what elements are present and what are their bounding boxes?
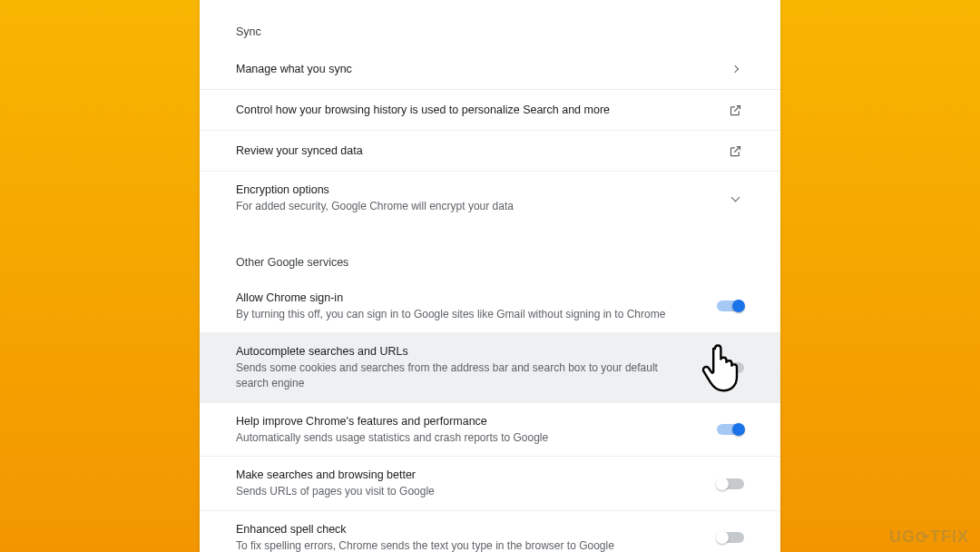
row-improve: Help improve Chrome's features and perfo… xyxy=(200,403,780,458)
other-group: Allow Chrome sign-in By turning this off… xyxy=(200,280,780,552)
autocomplete-title: Autocomplete searches and URLs xyxy=(236,344,691,360)
spell-desc: To fix spelling errors, Chrome sends the… xyxy=(236,538,691,552)
autocomplete-desc: Sends some cookies and searches from the… xyxy=(236,360,691,391)
allow-signin-desc: By turning this off, you can sign in to … xyxy=(236,307,691,322)
row-encryption[interactable]: Encryption options For added security, G… xyxy=(200,172,780,225)
open-in-new-icon xyxy=(726,101,744,119)
sync-group: Manage what you sync Control how your br… xyxy=(200,49,780,225)
watermark: UG⟳TFIX xyxy=(889,527,969,547)
improve-title: Help improve Chrome's features and perfo… xyxy=(236,414,691,429)
section-other-label: Other Google services xyxy=(200,256,780,269)
chevron-right-icon xyxy=(726,60,744,78)
row-autocomplete: Autocomplete searches and URLs Sends som… xyxy=(200,333,780,402)
row-manage-sync[interactable]: Manage what you sync xyxy=(200,49,780,90)
chevron-down-icon xyxy=(726,189,744,207)
allow-signin-toggle[interactable] xyxy=(717,301,744,311)
spell-title: Enhanced spell check xyxy=(236,522,691,537)
row-browsing: Make searches and browsing better Sends … xyxy=(200,457,780,511)
improve-toggle[interactable] xyxy=(717,424,744,435)
control-history-title: Control how your browsing history is use… xyxy=(236,103,701,118)
browsing-desc: Sends URLs of pages you visit to Google xyxy=(236,484,691,499)
row-spell: Enhanced spell check To fix spelling err… xyxy=(200,511,780,552)
allow-signin-title: Allow Chrome sign-in xyxy=(236,291,691,306)
settings-panel: Sync Manage what you sync Control how yo… xyxy=(200,0,780,552)
row-control-history[interactable]: Control how your browsing history is use… xyxy=(200,90,780,131)
row-allow-signin: Allow Chrome sign-in By turning this off… xyxy=(200,280,780,334)
encryption-title: Encryption options xyxy=(236,182,701,198)
improve-desc: Automatically sends usage statistics and… xyxy=(236,430,691,446)
browsing-toggle[interactable] xyxy=(717,478,744,489)
row-review-synced[interactable]: Review your synced data xyxy=(200,131,780,172)
section-sync-label: Sync xyxy=(200,25,780,38)
spell-toggle[interactable] xyxy=(717,532,744,543)
manage-sync-title: Manage what you sync xyxy=(236,62,701,77)
open-in-new-icon xyxy=(726,142,744,160)
autocomplete-toggle[interactable] xyxy=(717,362,744,373)
browsing-title: Make searches and browsing better xyxy=(236,468,691,483)
review-synced-title: Review your synced data xyxy=(236,143,701,159)
encryption-desc: For added security, Google Chrome will e… xyxy=(236,199,701,214)
